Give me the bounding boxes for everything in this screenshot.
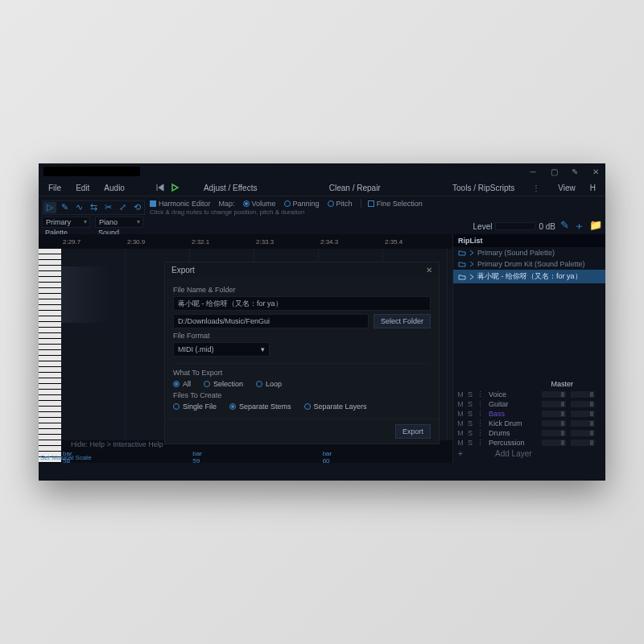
scrub-tool-icon[interactable]: ⟲ — [130, 202, 143, 213]
dialog-close-icon[interactable]: ✕ — [426, 266, 432, 275]
pen-icon[interactable]: ✎ — [570, 167, 580, 176]
mute-button[interactable]: M — [456, 400, 464, 408]
skip-back-icon[interactable] — [155, 183, 165, 192]
folder-input[interactable] — [173, 314, 369, 328]
primary-dropdown[interactable]: Primary — [42, 217, 90, 228]
layer-name[interactable]: Guitar — [489, 400, 537, 408]
mute-button[interactable]: M — [456, 429, 464, 437]
mute-button[interactable]: M — [456, 390, 464, 398]
layer-name[interactable]: Drums — [489, 429, 537, 437]
add-action-icon[interactable]: ＋ — [574, 219, 584, 233]
layer-more-icon[interactable]: ⋮ — [476, 410, 484, 418]
export-loop-radio[interactable]: Loop — [256, 380, 282, 388]
maximize-icon[interactable]: ▢ — [549, 167, 559, 176]
layer-name[interactable]: Kick Drum — [489, 419, 537, 427]
layer-more-icon[interactable]: ⋮ — [476, 390, 484, 398]
master-fader[interactable] — [571, 391, 595, 398]
bar-ruler: bar 58bar 59bar 60 — [39, 450, 452, 464]
close-icon[interactable]: ✕ — [591, 167, 601, 176]
menu-tools[interactable]: Tools / RipScripts — [452, 184, 514, 192]
menu-adjust[interactable]: Adjust / Effects — [197, 182, 264, 194]
format-dropdown[interactable]: MIDI (.mid) — [173, 342, 270, 357]
solo-button[interactable]: S — [466, 439, 474, 447]
mute-button[interactable]: M — [456, 419, 464, 427]
side-panel: RipList Primary (Sound Palette) Primary … — [452, 234, 605, 463]
draw-tool-icon[interactable]: ✎ — [58, 202, 71, 213]
volume-fader[interactable] — [542, 420, 566, 427]
select-folder-button[interactable]: Select Folder — [374, 314, 431, 328]
panning-radio[interactable]: Panning — [284, 200, 320, 208]
split-tool-icon[interactable]: ✂ — [101, 202, 114, 213]
pitch-radio[interactable]: Pitch — [328, 200, 353, 208]
volume-fader[interactable] — [542, 401, 566, 407]
app-title — [43, 167, 140, 176]
tool-icons: ▷ ✎ ∿ ⇆ ✂ ⤢ ⟲ — [42, 200, 145, 215]
folder-icon — [458, 273, 466, 281]
single-file-radio[interactable]: Single File — [173, 402, 217, 411]
zoom-tool-icon[interactable]: ⤢ — [116, 202, 129, 213]
solo-button[interactable]: S — [466, 419, 474, 427]
master-fader[interactable] — [571, 411, 595, 417]
volume-fader[interactable] — [542, 440, 566, 446]
separate-stems-radio[interactable]: Separate Stems — [229, 402, 291, 411]
export-button[interactable]: Export — [395, 424, 431, 439]
layer-name[interactable]: Bass — [489, 410, 537, 418]
export-all-radio[interactable]: All — [173, 380, 191, 388]
menu-help[interactable]: H — [590, 184, 596, 192]
mixer-row: MS⋮Voice — [456, 390, 602, 399]
mixer-row: MS⋮Percussion — [456, 438, 602, 448]
minimize-icon[interactable]: ─ — [528, 167, 538, 176]
mute-button[interactable]: M — [456, 410, 464, 418]
mixer-row: MS⋮Kick Drum — [456, 419, 602, 428]
toolbar: ▷ ✎ ∿ ⇆ ✂ ⤢ ⟲ Harmonic Editor Map: Volum… — [39, 196, 605, 218]
tools-more-icon[interactable]: ⋮ — [529, 184, 543, 192]
master-fader[interactable] — [571, 420, 595, 427]
layer-more-icon[interactable]: ⋮ — [476, 400, 484, 408]
separate-layers-radio[interactable]: Separate Layers — [304, 402, 367, 411]
master-fader[interactable] — [571, 440, 595, 446]
edit-action-icon[interactable]: ✎ — [560, 219, 569, 233]
master-fader[interactable] — [571, 401, 595, 407]
mute-button[interactable]: M — [456, 439, 464, 447]
menu-clean[interactable]: Clean / Repair — [323, 182, 387, 194]
solo-button[interactable]: S — [466, 400, 474, 408]
fine-selection-toggle[interactable]: Fine Selection — [361, 200, 423, 208]
set-scale-link[interactable]: Set Musical Scale — [40, 454, 92, 461]
riplist-item[interactable]: 蒋小呢 - 给你呀（又名：for ya） — [453, 270, 605, 283]
level-value: 0 dB — [539, 222, 555, 231]
riplist-header: RipList — [453, 234, 605, 247]
add-layer-button[interactable]: + Add Layer — [456, 448, 602, 460]
layer-name[interactable]: Voice — [489, 390, 537, 398]
level-meter[interactable] — [495, 222, 535, 230]
instrument-dropdown[interactable]: Piano — [95, 217, 143, 228]
harmonic-editor-toggle[interactable]: Harmonic Editor — [150, 200, 211, 208]
solo-button[interactable]: S — [466, 429, 474, 437]
wave-tool-icon[interactable]: ∿ — [72, 202, 85, 213]
menu-file[interactable]: File — [42, 182, 68, 194]
pointer-tool-icon[interactable]: ▷ — [43, 202, 56, 213]
reshape-tool-icon[interactable]: ⇆ — [87, 202, 100, 213]
volume-radio[interactable]: Volume — [243, 200, 276, 208]
layer-more-icon[interactable]: ⋮ — [476, 429, 484, 437]
volume-fader[interactable] — [542, 391, 566, 398]
volume-fader[interactable] — [542, 430, 566, 436]
master-fader[interactable] — [571, 430, 595, 436]
layer-name[interactable]: Percussion — [489, 439, 537, 447]
export-selection-radio[interactable]: Selection — [204, 380, 243, 388]
menu-edit[interactable]: Edit — [69, 182, 96, 194]
riplist-item[interactable]: Primary (Sound Palette) — [453, 247, 605, 258]
play-icon[interactable] — [170, 183, 180, 192]
solo-button[interactable]: S — [466, 410, 474, 418]
filename-input[interactable] — [173, 296, 431, 311]
menu-view[interactable]: View — [558, 184, 576, 192]
riplist-item[interactable]: Primary Drum Kit (Sound Palette) — [453, 258, 605, 270]
volume-fader[interactable] — [542, 411, 566, 417]
menu-audio[interactable]: Audio — [97, 182, 131, 194]
menubar: File Edit Audio Adjust / Effects Clean /… — [39, 180, 605, 196]
mixer-row: MS⋮Drums — [456, 428, 602, 438]
folder-action-icon[interactable]: 📁 — [589, 219, 602, 233]
solo-button[interactable]: S — [466, 390, 474, 398]
layer-more-icon[interactable]: ⋮ — [476, 419, 484, 427]
piano-keyboard[interactable] — [39, 249, 61, 463]
layer-more-icon[interactable]: ⋮ — [476, 439, 484, 447]
